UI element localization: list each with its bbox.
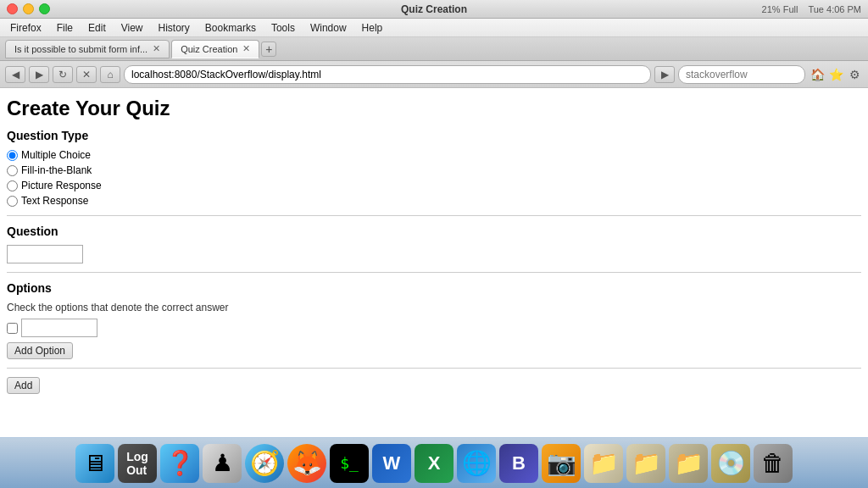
- maximize-button[interactable]: [39, 3, 50, 14]
- stop-button[interactable]: ✕: [76, 66, 97, 83]
- address-input[interactable]: [124, 65, 651, 84]
- tabbar: Is it possible to submit form inf... ✕ Q…: [0, 37, 868, 61]
- tab-quiz-creation-label: Quiz Creation: [181, 44, 237, 54]
- menu-bookmarks[interactable]: Bookmarks: [198, 20, 263, 36]
- radio-text-label: Text Response: [21, 195, 88, 207]
- page-title: Create Your Quiz: [7, 97, 861, 120]
- battery-status: 21% Full: [762, 4, 798, 14]
- traffic-lights[interactable]: [7, 3, 50, 14]
- radio-text-input[interactable]: [7, 196, 18, 207]
- menubar: Firefox File Edit View History Bookmarks…: [0, 19, 868, 37]
- new-tab-button[interactable]: +: [261, 42, 276, 57]
- close-button[interactable]: [7, 3, 18, 14]
- titlebar-right: 21% Full Tue 4:06 PM: [762, 4, 861, 14]
- question-heading: Question: [7, 225, 861, 238]
- tab-quiz-creation[interactable]: Quiz Creation ✕: [171, 40, 259, 58]
- option-row-1: [7, 319, 861, 337]
- divider-1: [7, 215, 861, 216]
- radio-fillin-label: Fill-in-the-Blank: [21, 164, 92, 176]
- question-input[interactable]: [7, 245, 83, 263]
- clock: Tue 4:06 PM: [808, 4, 861, 14]
- radio-picture[interactable]: Picture Response: [7, 180, 861, 191]
- options-heading: Options: [7, 281, 861, 295]
- option-input-1[interactable]: [21, 319, 97, 337]
- window-title: Quiz Creation: [401, 3, 467, 15]
- back-button[interactable]: ◀: [5, 66, 25, 83]
- radio-fillin[interactable]: Fill-in-the-Blank: [7, 164, 861, 176]
- menu-file[interactable]: File: [50, 20, 80, 36]
- titlebar: Quiz Creation 21% Full Tue 4:06 PM: [0, 0, 868, 19]
- question-type-heading: Question Type: [7, 129, 861, 142]
- menu-edit[interactable]: Edit: [81, 20, 113, 36]
- minimize-button[interactable]: [23, 3, 34, 14]
- divider-2: [7, 272, 861, 273]
- tab-stackoverflow[interactable]: Is it possible to submit form inf... ✕: [5, 40, 170, 58]
- radio-multiple-choice[interactable]: Multiple Choice: [7, 149, 861, 161]
- menu-firefox[interactable]: Firefox: [3, 20, 48, 36]
- go-button[interactable]: ▶: [654, 66, 675, 83]
- add-option-row: Add Option: [7, 342, 861, 359]
- toolbar-icons: 🏠 ⭐ ⚙: [809, 66, 863, 83]
- divider-3: [7, 368, 861, 369]
- radio-picture-label: Picture Response: [21, 180, 102, 191]
- add-option-button[interactable]: Add Option: [7, 342, 73, 359]
- menu-window[interactable]: Window: [303, 20, 353, 36]
- settings-icon[interactable]: ⚙: [846, 66, 863, 83]
- radio-multiple-choice-input[interactable]: [7, 150, 18, 161]
- menu-help[interactable]: Help: [355, 20, 390, 36]
- menu-tools[interactable]: Tools: [264, 20, 302, 36]
- tab-quiz-creation-close[interactable]: ✕: [242, 43, 250, 54]
- home-icon[interactable]: 🏠: [809, 66, 826, 83]
- search-input[interactable]: [678, 65, 805, 84]
- menu-history[interactable]: History: [152, 20, 197, 36]
- add-button[interactable]: Add: [7, 377, 40, 394]
- radio-picture-input[interactable]: [7, 180, 18, 191]
- tab-stackoverflow-label: Is it possible to submit form inf...: [14, 44, 147, 54]
- radio-multiple-choice-label: Multiple Choice: [21, 149, 91, 161]
- forward-button[interactable]: ▶: [29, 66, 49, 83]
- tab-stackoverflow-close[interactable]: ✕: [153, 43, 160, 54]
- question-type-group: Multiple Choice Fill-in-the-Blank Pictur…: [7, 149, 861, 207]
- home-button[interactable]: ⌂: [100, 66, 120, 83]
- bookmark-icon[interactable]: ⭐: [827, 66, 844, 83]
- radio-fillin-input[interactable]: [7, 165, 18, 176]
- radio-text[interactable]: Text Response: [7, 195, 861, 207]
- addressbar: ◀ ▶ ↻ ✕ ⌂ ▶ 🏠 ⭐ ⚙: [0, 61, 868, 88]
- page-content: Create Your Quiz Question Type Multiple …: [0, 88, 868, 437]
- reload-button[interactable]: ↻: [53, 66, 73, 83]
- options-description: Check the options that denote the correc…: [7, 302, 861, 313]
- option-checkbox-1[interactable]: [7, 323, 18, 334]
- menu-view[interactable]: View: [114, 20, 150, 36]
